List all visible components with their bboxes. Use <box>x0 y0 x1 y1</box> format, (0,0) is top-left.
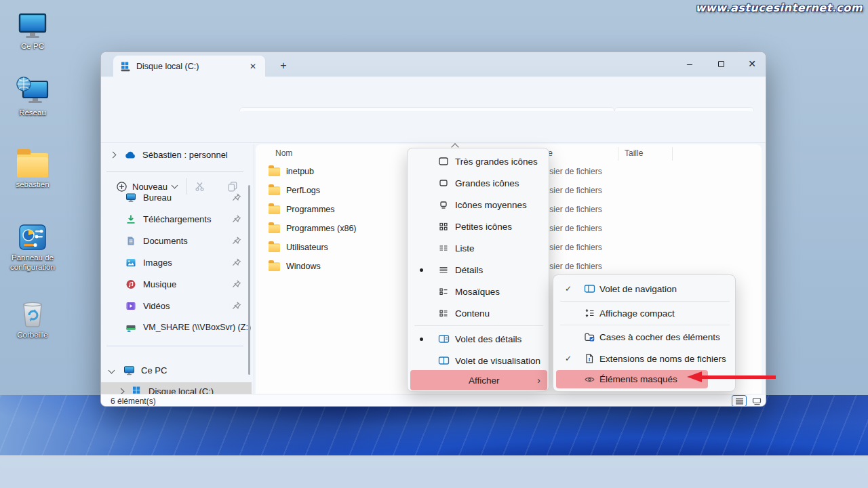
icons-view-toggle[interactable] <box>749 395 764 407</box>
small-icons-icon <box>437 221 450 232</box>
drive-icon <box>120 61 131 72</box>
submenu-item-file-extensions[interactable]: ✓ Extensions de noms de fichiers <box>556 348 734 369</box>
folder-icon <box>17 153 48 178</box>
column-header-name[interactable]: Nom <box>275 148 292 158</box>
annotation-arrow-head <box>687 371 702 382</box>
menu-item-extra-large-icons[interactable]: Très grandes icônes <box>410 150 547 172</box>
preview-pane-icon <box>437 355 450 366</box>
new-tab-button[interactable]: + <box>275 58 292 74</box>
desktop-icon-this-pc[interactable]: Ce PC <box>0 12 65 52</box>
sidebar-item-telechargements[interactable]: Téléchargements <box>101 209 252 229</box>
menu-item-details-pane[interactable]: Volet des détails <box>410 328 547 350</box>
column-header-size[interactable]: Taille <box>625 148 643 158</box>
sidebar-item-label: Musique <box>143 279 176 289</box>
sidebar-item-label: Téléchargements <box>143 214 211 224</box>
column-divider[interactable] <box>672 147 673 161</box>
desktop-icon-control-panel[interactable]: Panneau de configuration <box>0 224 65 272</box>
menu-item-list[interactable]: Liste <box>410 237 547 259</box>
sidebar-item-images[interactable]: Images <box>101 252 252 272</box>
maximize-button[interactable] <box>706 52 736 75</box>
folder-icon <box>269 167 280 176</box>
details-view-toggle[interactable] <box>732 395 747 407</box>
close-button[interactable]: ✕ <box>737 52 766 75</box>
pictures-icon <box>125 258 136 268</box>
folder-icon <box>269 205 280 214</box>
tab-title: Disque local (C:) <box>136 62 242 71</box>
file-name: inetpub <box>286 167 314 176</box>
watermark: www.astucesinternet.com <box>696 1 863 14</box>
details-view-icon <box>437 264 450 275</box>
compact-view-icon <box>583 308 595 319</box>
status-bar: 6 élément(s) <box>101 394 766 407</box>
download-icon <box>125 214 136 224</box>
file-name: Utilisateurs <box>286 243 328 252</box>
menu-item-preview-pane[interactable]: Volet de visualisation <box>410 350 547 371</box>
sidebar-item-label: VM_SHARE (\\VBoxSvr) (Z:) <box>143 323 251 332</box>
sidebar-item-musique[interactable]: Musique <box>101 274 252 294</box>
desktop-folder-icon <box>125 192 136 203</box>
column-divider[interactable] <box>618 147 618 161</box>
menu-item-large-icons[interactable]: Grandes icônes <box>410 172 547 194</box>
document-icon <box>125 236 136 246</box>
show-submenu: ✓ Volet de navigation Affichage compact … <box>553 274 736 392</box>
sidebar-item-label: Ce PC <box>141 365 167 375</box>
menu-item-show-submenu[interactable]: Afficher › <box>410 370 547 390</box>
network-drive-icon <box>125 323 136 333</box>
computer-icon <box>17 12 48 39</box>
pane-divider <box>254 144 254 394</box>
desktop-icon-recycle-bin[interactable]: Corbeille <box>0 301 65 340</box>
pin-icon <box>231 214 241 224</box>
check-icon: ✓ <box>565 284 572 293</box>
extra-large-icons-icon <box>437 156 450 167</box>
desktop-icon-sebastien[interactable]: sebastien <box>0 153 65 190</box>
control-panel-icon <box>18 224 47 251</box>
desktop-icon-label: Panneau de configuration <box>0 253 65 272</box>
menu-item-content[interactable]: Contenu <box>410 302 547 324</box>
navigation-pane-icon <box>583 283 595 294</box>
sidebar-item-network-drive[interactable]: VM_SHARE (\\VBoxSvr) (Z:) <box>101 317 252 338</box>
submenu-item-item-checkboxes[interactable]: Cases à cocher des éléments <box>556 326 734 348</box>
desktop-icon-network[interactable]: Réseau <box>0 76 65 118</box>
submenu-item-navigation-pane[interactable]: ✓ Volet de navigation <box>556 278 734 300</box>
sidebar-scrollbar[interactable] <box>248 185 250 375</box>
list-lines-icon <box>735 397 744 405</box>
chevron-down-icon <box>108 367 115 373</box>
sidebar-item-label: Documents <box>143 236 188 246</box>
desktop-icon-label: sebastien <box>16 180 49 189</box>
file-name: Programmes (x86) <box>286 224 357 233</box>
menu-item-details[interactable]: Détails <box>410 259 547 281</box>
menu-separator <box>560 301 730 302</box>
large-icons-icon <box>437 178 450 188</box>
sidebar-item-documents[interactable]: Documents <box>101 230 252 251</box>
computer-icon <box>123 365 135 375</box>
submenu-item-compact-view[interactable]: Affichage compact <box>556 302 734 324</box>
tab-local-disk[interactable]: Disque local (C:) ✕ <box>113 56 265 77</box>
sidebar-separator <box>106 346 243 346</box>
music-icon <box>125 279 136 289</box>
sidebar-item-this-pc[interactable]: Ce PC <box>101 360 252 380</box>
folder-icon <box>269 186 280 195</box>
chevron-right-icon <box>110 151 117 158</box>
menu-separator <box>414 325 543 326</box>
pin-icon <box>231 301 241 310</box>
chevron-right-icon: › <box>537 375 540 386</box>
tab-close-icon[interactable]: ✕ <box>248 62 258 71</box>
annotation-arrow-shaft <box>701 375 776 379</box>
sidebar-item-bureau[interactable]: Bureau <box>101 187 252 207</box>
menu-item-medium-icons[interactable]: Icônes moyennes <box>410 194 547 216</box>
sidebar-separator <box>106 171 243 172</box>
tiles-view-icon <box>437 286 450 297</box>
sidebar-item-videos[interactable]: Vidéos <box>101 296 252 316</box>
navigation-pane: Sébastien : personnel Bureau Télécharg <box>101 144 254 394</box>
sidebar-item-onedrive[interactable]: Sébastien : personnel <box>101 144 252 165</box>
selected-bullet <box>420 268 423 272</box>
minimize-button[interactable]: – <box>675 52 705 75</box>
menu-item-small-icons[interactable]: Petites icônes <box>410 216 547 237</box>
file-extension-icon <box>583 353 595 364</box>
network-icon <box>15 76 50 106</box>
menu-item-tiles[interactable]: Mosaïques <box>410 281 547 302</box>
desktop-icon-label: Corbeille <box>17 330 47 340</box>
submenu-item-hidden-items[interactable]: Éléments masqués <box>556 370 708 388</box>
eye-icon <box>583 375 595 384</box>
check-icon: ✓ <box>565 354 572 363</box>
